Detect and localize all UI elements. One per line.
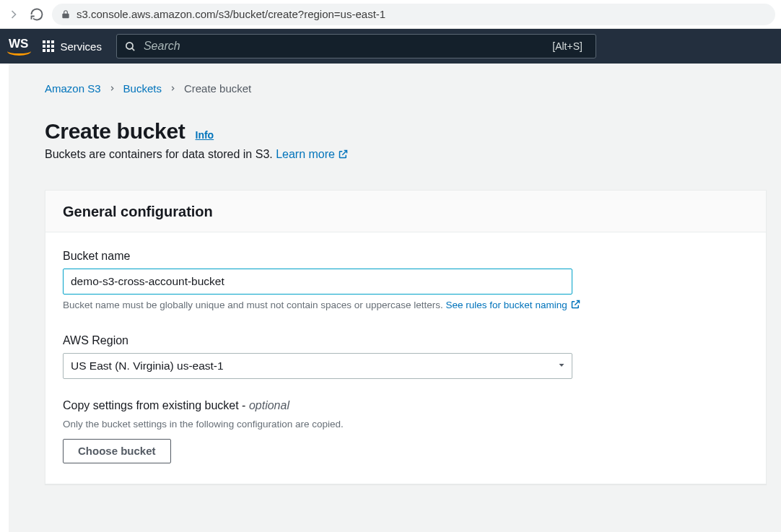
copy-settings-label: Copy settings from existing bucket - opt…: [63, 399, 749, 412]
bucket-name-helper: Bucket name must be globally unique and …: [63, 299, 749, 314]
breadcrumb-current: Create bucket: [184, 82, 251, 95]
subtitle-text: Buckets are containers for data stored i…: [45, 148, 276, 160]
aws-region-field: AWS Region US East (N. Virginia) us-east…: [63, 334, 749, 379]
info-link[interactable]: Info: [196, 129, 214, 141]
choose-bucket-button[interactable]: Choose bucket: [63, 439, 171, 463]
reload-icon[interactable]: [29, 6, 45, 22]
aws-region-label: AWS Region: [63, 334, 749, 347]
chevron-right-icon: [108, 82, 116, 95]
external-link-icon: [570, 299, 581, 314]
search-input[interactable]: [144, 40, 539, 53]
grid-icon: [43, 40, 54, 52]
aws-region-selected-value: US East (N. Virginia) us-east-1: [71, 359, 224, 372]
panel-header: General configuration: [45, 191, 766, 232]
bucket-name-label: Bucket name: [63, 250, 749, 263]
general-configuration-panel: General configuration Bucket name Bucket…: [45, 190, 767, 484]
caret-down-icon: [557, 359, 566, 372]
services-label: Services: [60, 40, 102, 53]
search-shortcut-hint: [Alt+S]: [546, 39, 588, 53]
search-icon: [124, 40, 136, 53]
breadcrumb-link-buckets[interactable]: Buckets: [123, 82, 162, 95]
copy-settings-helper: Only the bucket settings in the followin…: [63, 418, 749, 432]
services-menu-button[interactable]: Services: [38, 38, 106, 56]
breadcrumb-link-s3[interactable]: Amazon S3: [45, 82, 101, 95]
external-link-icon: [338, 149, 349, 162]
copy-settings-field: Copy settings from existing bucket - opt…: [63, 399, 749, 463]
page-subtitle: Buckets are containers for data stored i…: [45, 148, 745, 162]
learn-more-link[interactable]: Learn more: [276, 148, 349, 160]
url-text: s3.console.aws.amazon.com/s3/bucket/crea…: [77, 8, 385, 20]
panel-title: General configuration: [63, 204, 749, 220]
global-search[interactable]: [Alt+S]: [116, 34, 596, 58]
svg-point-0: [126, 42, 133, 48]
lock-icon: [61, 9, 71, 19]
page-title: Create bucket: [45, 119, 186, 144]
aws-logo[interactable]: WS: [9, 37, 28, 56]
page-body: Amazon S3 Buckets Create bucket Create b…: [0, 64, 781, 532]
aws-top-nav: WS Services [Alt+S]: [0, 29, 781, 64]
bucket-naming-rules-link[interactable]: See rules for bucket naming: [446, 300, 581, 310]
breadcrumb: Amazon S3 Buckets Create bucket: [45, 82, 745, 95]
chevron-right-icon: [169, 82, 177, 95]
bucket-name-field: Bucket name Bucket name must be globally…: [63, 250, 749, 314]
forward-arrow-icon[interactable]: [6, 6, 22, 22]
aws-region-select[interactable]: US East (N. Virginia) us-east-1: [63, 353, 572, 379]
browser-chrome: s3.console.aws.amazon.com/s3/bucket/crea…: [0, 0, 781, 29]
url-bar[interactable]: s3.console.aws.amazon.com/s3/bucket/crea…: [52, 4, 775, 25]
bucket-name-input[interactable]: [63, 269, 572, 295]
